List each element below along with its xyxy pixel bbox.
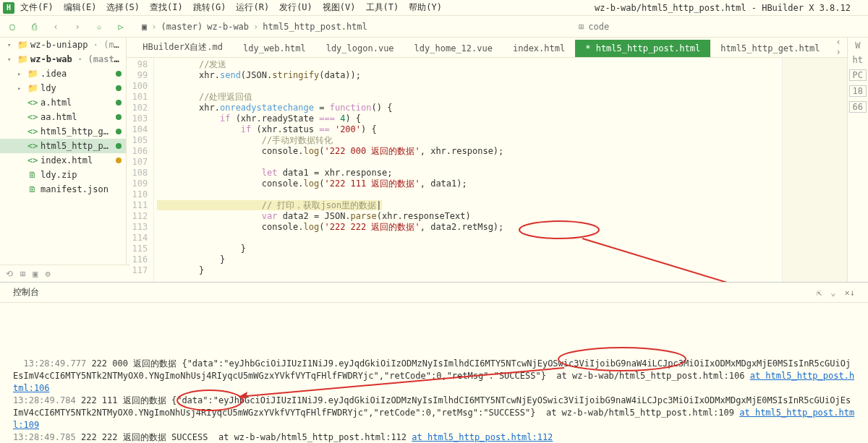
console-header: 控制台 ⇱ ⌄ ✕↓ (0, 283, 868, 303)
console-line: 13:28:49.785 222 222 返回的数据 SUCCESS at wz… (13, 432, 553, 442)
console-panel: 控制台 ⇱ ⌄ ✕↓ 13:28:49.777 222 000 返回的数据 {"… (0, 282, 868, 443)
search-icon: ⊞ (579, 22, 584, 32)
save-icon[interactable]: ⎙ (27, 20, 41, 33)
main-area: ▾📁wz-b-uniapp · (master)▾📁wz-b-wab · (ma… (0, 38, 868, 282)
code-content[interactable]: //发送 xhr.send(JSON.stringify(data)); //处… (154, 58, 781, 282)
rpanel-d[interactable]: 18 (849, 85, 867, 97)
console-clear-icon[interactable]: ✕↓ (845, 288, 855, 298)
tree-item[interactable]: 🗎ldy.zip (0, 168, 126, 182)
tree-item[interactable]: ▾📁wz-b-uniapp · (master) (0, 38, 126, 52)
menu-run[interactable]: 运行(R) (231, 0, 273, 15)
project-tree[interactable]: ▾📁wz-b-uniapp · (master)▾📁wz-b-wab · (ma… (0, 38, 127, 282)
editor-tab[interactable]: ldy_home_12.vue (404, 40, 503, 57)
menu-edit[interactable]: 编辑(E) (59, 0, 101, 15)
tree-item[interactable]: ▾📁wz-b-wab · (master) (0, 52, 126, 66)
breadcrumb-branch[interactable]: (master) (161, 22, 203, 32)
window-title: wz-b-wab/html5_http_post.html - HBuilder… (595, 3, 865, 13)
console-link[interactable]: at html5_http_post.html:106 (13, 371, 854, 393)
console-export-icon[interactable]: ⇱ (817, 288, 822, 298)
menu-find[interactable]: 查找(I) (145, 0, 187, 15)
toolbar: ▢ ⎙ ‹ › ☆ ▷ ▣› (master) wz-b-wab› html5_… (0, 16, 868, 38)
rpanel-a: W (849, 40, 867, 51)
tab-nav-icon[interactable]: ‹ › (830, 37, 846, 57)
sidebar-footer: ⟲ ⊞ ▣ ⚙ (0, 264, 130, 282)
editor-tab[interactable]: index.html (503, 40, 575, 57)
tree-item[interactable]: ▸📁.idea (0, 66, 126, 81)
right-panel: W ht PC 18 66 (847, 38, 868, 282)
console-link[interactable]: at html5_http_post.html:112 (412, 432, 553, 442)
search-box[interactable]: ⊞ (573, 20, 862, 33)
run-icon[interactable]: ▷ (114, 20, 127, 33)
console-line: 13:28:49.784 222 111 返回的数据 {"data":"eyJh… (13, 395, 854, 430)
tree-item[interactable]: <>html5_http_post.h... (0, 139, 126, 153)
breadcrumb-file[interactable]: html5_http_post.html (263, 22, 367, 32)
menu-help[interactable]: 帮助(Y) (404, 0, 446, 15)
grid-icon[interactable]: ⊞ (20, 269, 25, 279)
new-file-icon[interactable]: ▢ (6, 20, 19, 33)
menu-view[interactable]: 视图(V) (318, 0, 360, 15)
tree-item[interactable]: ▸📁ldy (0, 81, 126, 95)
line-gutter: 9899100101102103104105106107108109110111… (127, 58, 154, 282)
menubar: H 文件(F) 编辑(E) 选择(S) 查找(I) 跳转(G) 运行(R) 发行… (0, 0, 868, 16)
editor-tab[interactable]: ldy_web.html (233, 40, 316, 57)
settings-icon[interactable]: ⚙ (45, 269, 50, 279)
editor-tab[interactable]: html5_http_get.html (710, 40, 830, 57)
tree-item[interactable]: <>a.html (0, 95, 126, 110)
sync-icon[interactable]: ⟲ (6, 269, 13, 279)
console-title: 控制台 (13, 286, 39, 298)
code-area[interactable]: 9899100101102103104105106107108109110111… (127, 58, 846, 282)
menu-tools[interactable]: 工具(T) (362, 0, 404, 15)
menu-goto[interactable]: 跳转(G) (189, 0, 231, 15)
terminal-icon[interactable]: ▣ (33, 269, 38, 279)
console-line: 13:28:49.777 222 000 返回的数据 {"data":"eyJh… (13, 358, 854, 393)
minimap[interactable] (782, 58, 847, 282)
tree-item[interactable]: <>aa.html (0, 110, 126, 124)
app-logo: H (3, 2, 14, 14)
breadcrumb-proj[interactable]: wz-b-wab (207, 22, 249, 32)
rpanel-b: ht (849, 55, 867, 65)
rpanel-c[interactable]: PC (849, 69, 867, 81)
rpanel-e[interactable]: 66 (849, 101, 867, 113)
menu-publish[interactable]: 发行(U) (275, 0, 317, 15)
editor-tab[interactable]: ldy_logon.vue (316, 40, 404, 57)
tree-item[interactable]: <>index.html (0, 153, 126, 168)
console-output[interactable]: 13:28:49.777 222 000 返回的数据 {"data":"eyJh… (0, 303, 868, 443)
back-icon[interactable]: ‹ (49, 20, 62, 33)
search-input[interactable] (588, 22, 856, 32)
tree-item[interactable]: 🗎manifest.json (0, 182, 126, 197)
menu-file[interactable]: 文件(F) (16, 0, 58, 15)
editor-tab[interactable]: * html5_http_post.html (575, 40, 710, 57)
editor-tab[interactable]: HBuilderX自述.md (132, 38, 233, 57)
console-collapse-icon[interactable]: ⌄ (830, 288, 835, 298)
forward-icon[interactable]: › (71, 20, 84, 33)
star-icon[interactable]: ☆ (93, 20, 106, 33)
folder-icon: ▣ (142, 22, 147, 32)
console-link[interactable]: at html5_http_post.html:109 (13, 408, 854, 430)
editor-tabs: HBuilderX自述.mdldy_web.htmlldy_logon.vuel… (127, 38, 846, 58)
breadcrumb: ▣› (master) wz-b-wab› html5_http_post.ht… (142, 22, 367, 32)
tree-item[interactable]: <>html5_http_get.html (0, 124, 126, 139)
menu-select[interactable]: 选择(S) (102, 0, 144, 15)
editor-area: HBuilderX自述.mdldy_web.htmlldy_logon.vuel… (127, 38, 846, 282)
